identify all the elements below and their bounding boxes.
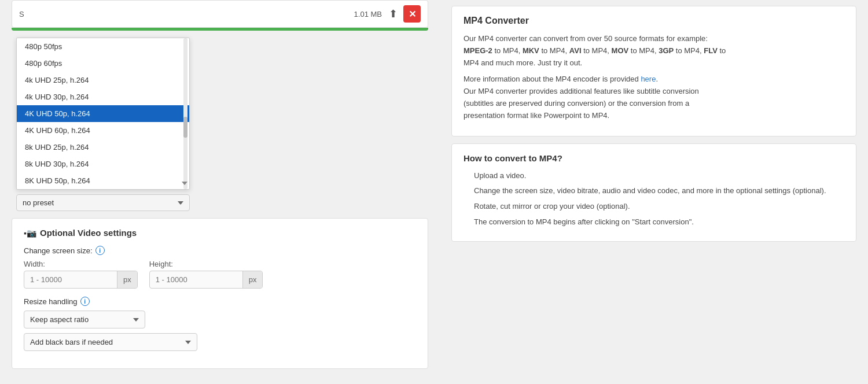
video-camera-icon: ▪📷 bbox=[24, 228, 36, 238]
resize-handling-group: Resize handling i Keep aspect ratio Stre… bbox=[24, 297, 416, 351]
keep-aspect-ratio-select[interactable]: Keep aspect ratio Stretch Crop bbox=[24, 311, 145, 328]
file-size: 1.01 MB bbox=[354, 10, 382, 19]
height-input[interactable] bbox=[150, 271, 242, 288]
dropdown-item-480p-50[interactable]: 480p 50fps bbox=[17, 38, 189, 55]
here-link[interactable]: here bbox=[641, 75, 656, 83]
screen-size-label: Change screen size: i bbox=[24, 246, 416, 255]
progress-bar-track bbox=[12, 28, 428, 31]
width-field: Width: px bbox=[24, 260, 138, 289]
width-label: Width: bbox=[24, 260, 138, 268]
width-input[interactable] bbox=[24, 271, 117, 288]
height-unit: px bbox=[242, 271, 263, 288]
screen-size-info-icon[interactable]: i bbox=[95, 246, 105, 255]
dropdown-item-480p-60[interactable]: 480p 60fps bbox=[17, 55, 189, 72]
close-file-button[interactable]: ✕ bbox=[403, 5, 421, 23]
dropdown-item-4k-30[interactable]: 4k UHD 30p, h.264 bbox=[17, 88, 189, 105]
mp4-converter-card: MP4 Converter Our MP4 converter can conv… bbox=[451, 6, 856, 136]
scroll-down-arrow[interactable] bbox=[182, 178, 187, 187]
dimensions-row: Width: px Height: px bbox=[24, 260, 416, 289]
mp4-converter-intro: Our MP4 converter can convert from over … bbox=[464, 33, 844, 69]
no-preset-select[interactable]: no preset custom bbox=[16, 194, 190, 211]
height-field: Height: px bbox=[149, 260, 263, 289]
how-to-step-4: The conversion to MP4 begins after click… bbox=[474, 216, 844, 228]
upload-button[interactable]: ⬆ bbox=[389, 8, 398, 20]
screen-size-group: Change screen size: i Width: px Height: bbox=[24, 246, 416, 289]
add-black-bars-select[interactable]: Add black bars if needed No black bars C… bbox=[24, 333, 197, 351]
how-to-step-3: Rotate, cut mirror or crop your video (o… bbox=[474, 201, 844, 213]
width-input-wrap: px bbox=[24, 271, 138, 289]
how-to-title: How to convert to MP4? bbox=[464, 153, 844, 163]
height-label: Height: bbox=[149, 260, 263, 268]
mp4-converter-title: MP4 Converter bbox=[464, 16, 844, 26]
width-unit: px bbox=[117, 271, 137, 288]
dropdown-item-4k-50[interactable]: 4K UHD 50p, h.264 bbox=[17, 105, 189, 122]
progress-bar-fill bbox=[12, 28, 428, 31]
section-title: ▪📷 Optional Video settings bbox=[24, 228, 416, 238]
how-to-list: Upload a video. Change the screen size, … bbox=[464, 170, 844, 228]
dropdown-item-8k-50[interactable]: 8K UHD 50p, h.264 bbox=[17, 172, 189, 189]
dropdown-item-8k-30[interactable]: 8k UHD 30p, h.264 bbox=[17, 156, 189, 172]
scrollbar-thumb[interactable] bbox=[183, 117, 187, 138]
resize-info-icon[interactable]: i bbox=[80, 297, 90, 306]
how-to-step-2: Change the screen size, video bitrate, a… bbox=[474, 185, 844, 197]
optional-video-settings: ▪📷 Optional Video settings Change screen… bbox=[12, 218, 428, 369]
height-input-wrap: px bbox=[149, 271, 263, 289]
no-preset-row: no preset custom bbox=[16, 194, 424, 211]
dropdown-item-8k-25[interactable]: 8k UHD 25p, h.264 bbox=[17, 139, 189, 156]
mp4-more-info: More information about the MP4 encoder i… bbox=[464, 73, 844, 121]
how-to-convert-card: How to convert to MP4? Upload a video. C… bbox=[451, 143, 856, 242]
right-panel: MP4 Converter Our MP4 converter can conv… bbox=[440, 0, 868, 384]
dropdown-item-4k-60[interactable]: 4K UHD 60p, h.264 bbox=[17, 122, 189, 139]
file-bar: S 1.01 MB ⬆ ✕ bbox=[12, 0, 428, 28]
resolution-dropdown-overlay: 480p 50fps 480p 60fps 4k UHD 25p, h.264 … bbox=[12, 38, 428, 190]
how-to-step-1: Upload a video. bbox=[474, 170, 844, 182]
resolution-dropdown-list[interactable]: 480p 50fps 480p 60fps 4k UHD 25p, h.264 … bbox=[16, 38, 190, 190]
file-name: S bbox=[19, 10, 354, 19]
resize-label: Resize handling i bbox=[24, 297, 416, 306]
dropdown-item-4k-25[interactable]: 4k UHD 25p, h.264 bbox=[17, 72, 189, 88]
